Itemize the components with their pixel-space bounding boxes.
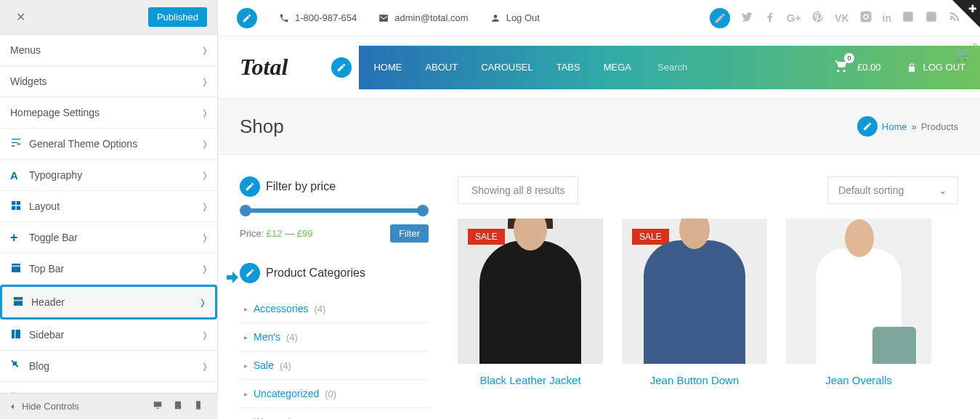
breadcrumb-home[interactable]: Home	[882, 121, 907, 132]
customizer-item-general[interactable]: General Theme Options ›	[0, 129, 217, 160]
page-titlebar: Shop Home » Products	[218, 98, 980, 155]
topbar-phone[interactable]: 1-800-987-654	[279, 12, 357, 23]
triangle-icon: ▸	[244, 390, 248, 398]
product-card[interactable]: SALE Black Leather Jacket	[458, 219, 603, 386]
header-cart-icon[interactable]: 🛒0	[955, 46, 971, 62]
slider-handle-min[interactable]	[240, 205, 251, 216]
sale-badge: SALE	[632, 229, 669, 245]
nav-carousel[interactable]: CAROUSEL	[481, 62, 533, 73]
phone-icon	[279, 13, 289, 23]
edit-shortcut-icon[interactable]	[857, 116, 878, 137]
customizer-panel: ✕ Published Menus › Widgets › Homepage S…	[0, 0, 218, 419]
close-icon[interactable]: ✕	[10, 7, 31, 27]
search-input[interactable]	[653, 56, 815, 78]
customizer-item-typography[interactable]: A Typography ›	[0, 160, 217, 191]
site-topbar: 1-800-987-654 admin@total.com Log Out G+…	[218, 0, 980, 36]
tune-icon	[10, 137, 29, 151]
category-item[interactable]: ▸Sale(4)	[240, 351, 429, 380]
edit-shortcut-icon[interactable]	[240, 176, 260, 197]
edit-shortcut-icon[interactable]	[331, 57, 352, 78]
customizer-item-menus[interactable]: Menus ›	[0, 35, 217, 66]
customizer-item-topbar[interactable]: Top Bar ›	[0, 253, 217, 285]
customizer-item-widgets[interactable]: Widgets ›	[0, 66, 217, 97]
product-title[interactable]: Jean Overalls	[786, 364, 931, 386]
product-title[interactable]: Black Leather Jacket	[458, 364, 603, 386]
logout-label: LOG OUT	[923, 62, 965, 73]
linkedin-icon[interactable]: in	[883, 12, 891, 24]
nav-mega[interactable]: MEGA	[604, 62, 631, 73]
product-title[interactable]: Jean Button Down	[622, 364, 767, 386]
customizer-item-sidebar[interactable]: Sidebar ›	[0, 320, 217, 351]
filter-button[interactable]: Filter	[390, 224, 429, 243]
chevron-down-icon: ⌄	[939, 184, 947, 196]
nav-cart[interactable]: 0 £0.00	[822, 59, 893, 76]
pinterest-icon[interactable]	[811, 10, 825, 25]
customizer-topbar: ✕ Published	[0, 0, 217, 35]
customizer-item-blog[interactable]: Blog ›	[0, 351, 217, 382]
breadcrumb: Home » Products	[857, 116, 958, 137]
twitter-icon[interactable]	[740, 10, 753, 25]
topbar-logout[interactable]: Log Out	[490, 12, 540, 23]
topbar-email[interactable]: admin@total.com	[378, 12, 468, 23]
hide-controls-label: Hide Controls	[22, 401, 79, 412]
product-image: SALE	[458, 219, 603, 364]
nav-tabs[interactable]: TABS	[556, 62, 580, 73]
item-label: Header	[31, 296, 201, 308]
item-label: Layout	[29, 200, 203, 212]
email-text: admin@total.com	[394, 12, 468, 23]
facebook-icon[interactable]	[764, 10, 777, 25]
customizer-item-portfolio[interactable]: Portfolio ›	[0, 382, 217, 393]
vk-icon[interactable]: VK	[835, 12, 849, 24]
chevron-right-icon: ›	[203, 131, 207, 156]
product-image	[786, 219, 931, 364]
mobile-icon[interactable]	[193, 400, 203, 412]
nav-logout[interactable]: LOG OUT	[892, 62, 980, 73]
googleplus-icon[interactable]: G+	[787, 12, 801, 24]
category-item[interactable]: ▸Uncategorized(0)	[240, 380, 429, 408]
price-slider[interactable]	[243, 208, 426, 213]
vimeo-icon[interactable]	[925, 10, 938, 25]
edit-shortcut-icon[interactable]	[240, 263, 260, 283]
customizer-list: Menus › Widgets › Homepage Settings › Ge…	[0, 35, 217, 393]
highlight-arrow	[224, 269, 241, 286]
plus-icon[interactable]: ✚	[968, 3, 977, 15]
sidebar-icon	[10, 328, 29, 342]
chevron-right-icon: ›	[203, 256, 207, 281]
email-icon	[378, 13, 389, 23]
site-header: Total 🛒0 HOME ABOUT CAROUSEL TABS MEGA 0…	[218, 36, 980, 98]
page-title: Shop	[240, 115, 284, 138]
category-item[interactable]: ▸Women's(4)	[240, 408, 429, 419]
customizer-item-header[interactable]: Header ›	[0, 285, 217, 320]
edit-shortcut-icon[interactable]	[710, 8, 730, 28]
site-logo[interactable]: Total	[240, 54, 288, 81]
price-filter-widget: Filter by price Price: £12 — £99 Filter	[240, 176, 429, 243]
tablet-icon[interactable]	[173, 400, 183, 412]
publish-button[interactable]: Published	[148, 7, 207, 27]
triangle-icon: ▸	[244, 333, 248, 341]
product-card[interactable]: Jean Overalls	[786, 219, 931, 386]
nav-home[interactable]: HOME	[373, 62, 402, 73]
products-area: Showing all 8 results Default sorting ⌄ …	[458, 176, 958, 419]
hide-controls-button[interactable]: Hide Controls	[7, 401, 153, 412]
edit-shortcut-icon[interactable]	[237, 8, 257, 28]
slider-handle-max[interactable]	[417, 205, 429, 216]
breadcrumb-sep: »	[911, 121, 916, 132]
cart-icon: 0	[834, 59, 849, 76]
customizer-item-homepage[interactable]: Homepage Settings ›	[0, 97, 217, 129]
pin-icon	[10, 359, 29, 373]
chevron-right-icon: ›	[203, 354, 207, 378]
widget-title: Filter by price	[266, 180, 336, 193]
customizer-item-togglebar[interactable]: + Toggle Bar ›	[0, 222, 217, 253]
instagram-icon[interactable]	[859, 10, 872, 25]
customizer-item-layout[interactable]: Layout ›	[0, 191, 217, 222]
user-icon	[490, 13, 501, 23]
nav-about[interactable]: ABOUT	[425, 62, 458, 73]
chevron-right-icon: ›	[201, 290, 205, 314]
category-item[interactable]: ▸Accessories(4)	[240, 295, 429, 323]
flickr-icon[interactable]	[902, 10, 915, 25]
sort-dropdown[interactable]: Default sorting ⌄	[827, 176, 958, 204]
desktop-icon[interactable]	[153, 400, 163, 412]
category-item[interactable]: ▸Men's(4)	[240, 323, 429, 351]
product-card[interactable]: SALE Jean Button Down	[622, 219, 767, 386]
triangle-icon: ▸	[244, 305, 248, 313]
